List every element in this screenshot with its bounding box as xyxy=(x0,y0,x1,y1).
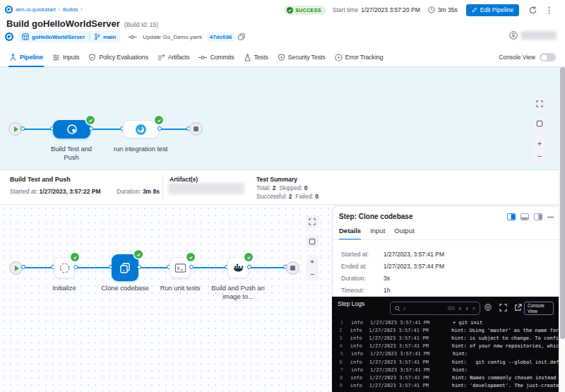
tab-commits[interactable]: Commits xyxy=(198,48,234,67)
bottom-view-icon[interactable] xyxy=(521,213,529,220)
next-match-icon[interactable]: ∨ xyxy=(465,306,469,311)
canvas-fullscreen-button[interactable] xyxy=(533,97,546,110)
commit-icon xyxy=(128,34,137,40)
edge xyxy=(75,267,112,268)
panel-tab-output[interactable]: Output xyxy=(394,227,415,240)
commit-message[interactable]: Update Go_Demo.yaml xyxy=(143,34,202,40)
panel-tab-input[interactable]: Input xyxy=(370,227,385,240)
split-view-icon[interactable] xyxy=(507,213,516,220)
tab-error-tracking[interactable]: Error Tracking xyxy=(335,48,383,67)
refresh-button[interactable] xyxy=(528,6,537,15)
branch-name[interactable]: main xyxy=(103,34,116,40)
step-node-clone-codebase[interactable] xyxy=(112,254,138,281)
repo-name[interactable]: goHelloWorldServer xyxy=(32,34,85,40)
pipeline-tab-icon xyxy=(9,54,17,61)
step-label[interactable]: Clone codebase xyxy=(97,284,153,292)
prev-match-icon[interactable]: ∧ xyxy=(458,306,462,311)
log-line: 7info1/27/2023 3:57:41 PMhint: xyxy=(332,366,559,374)
tab-pipeline[interactable]: Pipeline xyxy=(9,48,43,67)
zoom-out-button[interactable]: − xyxy=(306,268,319,280)
stop-icon xyxy=(290,266,295,271)
zoom-in-button[interactable]: + xyxy=(533,137,546,150)
pencil-icon xyxy=(472,7,477,13)
canvas-fit-button[interactable] xyxy=(533,117,546,130)
scrollbar-thumb[interactable] xyxy=(560,67,565,339)
docker-whale-icon xyxy=(232,263,244,273)
repo-branch-pill: goHelloWorldServer main xyxy=(18,31,120,42)
tab-inputs[interactable]: Inputs xyxy=(52,48,79,67)
log-line: 2info1/27/2023 3:57:41 PMhint: Using 'ma… xyxy=(332,326,559,334)
stage-node-build-test-and-push[interactable] xyxy=(53,120,90,138)
step-label[interactable]: Build and Push an image to... xyxy=(210,284,266,301)
refresh-icon xyxy=(528,6,537,15)
panel-view-controls xyxy=(507,213,554,220)
console-log-panel: Step Logs › 0/0 ∧ ∨ × Console View 1info… xyxy=(332,297,565,392)
field-started-at: Started at: xyxy=(341,251,369,258)
commits-tab-icon xyxy=(198,54,207,61)
minimize-icon[interactable] xyxy=(547,216,554,218)
success-check-badge xyxy=(244,253,253,261)
step-label[interactable]: Run unit tests xyxy=(152,284,208,292)
copy-icon[interactable] xyxy=(238,33,245,40)
panel-tabs: Details Input Output xyxy=(339,227,415,240)
tab-label: Commits xyxy=(210,54,234,61)
more-options-button[interactable]: ⋮ xyxy=(545,6,553,15)
fullscreen-icon[interactable] xyxy=(499,304,507,311)
commit-row: goHelloWorldServer main Update Go_Demo.y… xyxy=(5,31,245,42)
right-view-icon[interactable] xyxy=(534,213,542,220)
security-tab-icon xyxy=(278,54,285,61)
canvas-fullscreen-button[interactable] xyxy=(306,215,319,228)
stage-label[interactable]: Build Test and Push xyxy=(43,145,100,162)
tab-label: Inputs xyxy=(63,54,79,61)
edit-pipeline-button[interactable]: Edit Pipeline xyxy=(466,4,519,16)
stage-summary-title: Build Test and Push xyxy=(10,176,71,183)
tab-artifacts[interactable]: Artifacts xyxy=(157,48,190,67)
console-actions xyxy=(484,303,522,311)
build-id: (Build Id: 15) xyxy=(124,21,158,28)
breadcrumb-builds[interactable]: Builds xyxy=(63,6,78,13)
page-scrollbar[interactable] xyxy=(559,67,565,392)
breadcrumb-project[interactable]: aim-ci-quickstart xyxy=(16,6,56,13)
step-label[interactable]: Initialize xyxy=(36,284,93,292)
clear-search-icon[interactable]: × xyxy=(472,306,475,311)
field-started-at-value: 1/27/2023, 3:57:41 PM xyxy=(383,251,444,258)
panel-tab-details[interactable]: Details xyxy=(339,227,361,240)
open-external-icon[interactable] xyxy=(514,304,522,311)
success-check-badge xyxy=(134,250,143,259)
zoom-out-button[interactable]: − xyxy=(533,150,546,162)
console-view-button[interactable]: Console View xyxy=(524,302,554,315)
step-graph-canvas[interactable]: Initialize Clone codebase Run unit tests… xyxy=(0,205,332,392)
toggle-knob xyxy=(541,54,547,61)
tab-policy-evaluations[interactable]: Policy Evaluations xyxy=(88,48,148,67)
console-view-toggle[interactable] xyxy=(540,53,556,61)
field-duration: Duration: xyxy=(341,275,366,282)
tab-label: Error Tracking xyxy=(345,54,383,61)
stage-end-node xyxy=(286,261,299,275)
tab-tests[interactable]: Tests xyxy=(244,48,268,67)
stage-duration: Duration: 3m 8s xyxy=(117,188,160,195)
edge xyxy=(159,129,189,130)
stage-node-run-integration-test[interactable] xyxy=(123,120,159,138)
tab-security-tests[interactable]: Security Tests xyxy=(278,48,326,67)
status-badge-label: SUCCESS xyxy=(295,8,321,13)
stage-graph-canvas[interactable]: Build Test and Push run integration test… xyxy=(0,67,565,170)
stage-label[interactable]: run integration test xyxy=(112,145,169,153)
zoom-in-button[interactable]: + xyxy=(306,255,319,268)
user-icon xyxy=(509,31,518,40)
log-search-input[interactable]: › 0/0 ∧ ∨ × xyxy=(390,302,480,315)
tab-label: Artifacts xyxy=(168,54,190,61)
tab-label: Pipeline xyxy=(20,54,43,61)
title-row: Build goHelloWorldServer (Build Id: 15) xyxy=(6,18,158,29)
play-icon xyxy=(15,266,19,271)
console-view-label: Console View xyxy=(499,54,535,61)
log-rows: 1info1/27/2023 3:57:41 PM+ git init 2inf… xyxy=(332,319,559,390)
commit-hash[interactable]: 47dc036 xyxy=(207,32,235,42)
settings-gear-icon[interactable] xyxy=(484,303,492,311)
field-timeout-value: 1h xyxy=(383,287,390,294)
success-check-badge xyxy=(186,253,195,261)
canvas-fit-button[interactable] xyxy=(306,235,319,248)
triggered-by xyxy=(509,31,557,40)
inputs-tab-icon xyxy=(52,54,60,61)
branch-icon xyxy=(94,33,100,40)
success-check-badge xyxy=(71,253,79,261)
